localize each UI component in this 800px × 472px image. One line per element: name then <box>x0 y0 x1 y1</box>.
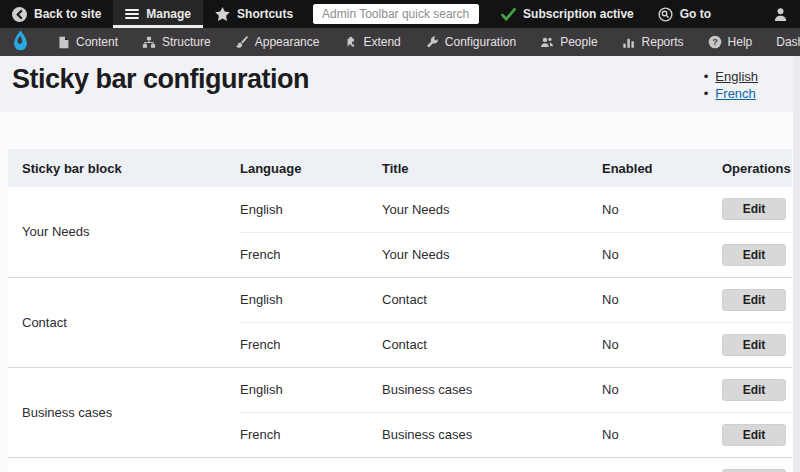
menu-item-structure[interactable]: Structure <box>130 28 223 56</box>
menu-item-dashboard[interactable]: Dashboard <box>764 28 800 56</box>
enabled-cell: No <box>602 187 722 232</box>
language-item-english: English <box>704 68 758 85</box>
magnifier-circle-icon <box>658 7 673 22</box>
menu-item-content[interactable]: Content <box>45 28 130 56</box>
shortcuts-button[interactable]: Shortcuts <box>203 0 305 28</box>
sitemap-icon <box>142 36 156 49</box>
menu-item-label: Configuration <box>445 35 516 49</box>
manage-tab[interactable]: Manage <box>113 0 203 28</box>
operations-cell: Edit <box>722 412 792 457</box>
title-cell: Contact <box>382 277 602 322</box>
puzzle-icon <box>343 36 357 49</box>
svg-text:?: ? <box>712 37 718 47</box>
enabled-cell: No <box>602 277 722 322</box>
page-header: Sticky bar configuration English French <box>0 56 800 112</box>
enabled-cell: No <box>602 457 722 472</box>
edit-button[interactable]: Edit <box>722 289 786 311</box>
edit-button[interactable]: Edit <box>722 469 786 472</box>
enabled-cell: No <box>602 412 722 457</box>
table-group-business-cases: Business cases English Business cases No… <box>8 367 792 457</box>
menu-item-reports[interactable]: Reports <box>610 28 696 56</box>
table-group-find-an-office: English Find an office No Edit <box>8 457 792 472</box>
block-name-cell: Your Needs <box>8 187 240 277</box>
table-group-your-needs: Your Needs English Your Needs No Edit Fr… <box>8 187 792 277</box>
menu-item-people[interactable]: People <box>528 28 609 56</box>
paintbrush-icon <box>235 36 249 49</box>
language-link-french[interactable]: French <box>715 86 755 101</box>
scrollbar[interactable] <box>793 56 800 472</box>
go-to-button[interactable]: Go to <box>646 0 723 28</box>
operations-cell: Edit <box>722 232 792 277</box>
enabled-cell: No <box>602 322 722 367</box>
language-cell: French <box>240 232 382 277</box>
edit-button[interactable]: Edit <box>722 379 786 401</box>
language-switcher: English French <box>704 68 758 102</box>
checkmark-icon <box>501 8 516 21</box>
enabled-cell: No <box>602 232 722 277</box>
content-area: Sticky bar block Language Title Enabled … <box>0 112 800 472</box>
drupal-logo-icon[interactable] <box>10 30 31 54</box>
menu-item-label: Content <box>76 35 118 49</box>
menu-item-label: Help <box>728 35 753 49</box>
language-cell: English <box>240 367 382 412</box>
user-icon <box>773 7 788 22</box>
edit-button[interactable]: Edit <box>722 334 786 356</box>
language-cell: French <box>240 412 382 457</box>
menu-item-extend[interactable]: Extend <box>331 28 412 56</box>
edit-button[interactable]: Edit <box>722 424 786 446</box>
language-link-english[interactable]: English <box>715 69 758 84</box>
admin-menu-bar: Content Structure Appearance Extend Conf… <box>0 28 800 56</box>
shortcuts-label: Shortcuts <box>237 7 293 21</box>
quick-search-input[interactable] <box>313 4 479 24</box>
language-cell: English <box>240 277 382 322</box>
subscription-status: Subscription active <box>489 0 646 28</box>
menu-item-help[interactable]: ? Help <box>696 28 765 56</box>
title-cell: Business cases <box>382 412 602 457</box>
table-group-contact: Contact English Contact No Edit French C… <box>8 277 792 367</box>
edit-button[interactable]: Edit <box>722 244 786 266</box>
title-cell: Contact <box>382 322 602 367</box>
back-to-site-label: Back to site <box>34 7 101 21</box>
toolbar-spacer <box>723 0 761 28</box>
column-header-block: Sticky bar block <box>8 149 240 187</box>
bar-chart-icon <box>622 36 636 49</box>
language-cell: English <box>240 457 382 472</box>
menu-item-label: Appearance <box>255 35 320 49</box>
operations-cell: Edit <box>722 322 792 367</box>
column-header-title: Title <box>382 149 602 187</box>
table-header-row: Sticky bar block Language Title Enabled … <box>8 149 792 187</box>
operations-cell: Edit <box>722 457 792 472</box>
title-cell: Business cases <box>382 367 602 412</box>
title-cell: Your Needs <box>382 232 602 277</box>
people-icon <box>540 36 554 49</box>
menu-item-label: Structure <box>162 35 211 49</box>
sticky-bar-table: Sticky bar block Language Title Enabled … <box>8 149 792 472</box>
wrench-icon <box>425 36 439 49</box>
operations-cell: Edit <box>722 367 792 412</box>
block-name-cell: Contact <box>8 277 240 367</box>
language-cell: English <box>240 187 382 232</box>
drupal-admin-screen: Back to site Manage Shortcuts Subscripti… <box>0 0 800 472</box>
file-icon <box>57 36 70 49</box>
question-circle-icon: ? <box>708 35 722 49</box>
table-row: Your Needs English Your Needs No Edit <box>8 187 792 232</box>
menu-item-configuration[interactable]: Configuration <box>413 28 528 56</box>
go-to-label: Go to <box>680 7 711 21</box>
table-row: Business cases English Business cases No… <box>8 367 792 412</box>
operations-cell: Edit <box>722 277 792 322</box>
menu-item-appearance[interactable]: Appearance <box>223 28 332 56</box>
user-menu-button[interactable] <box>761 0 800 28</box>
column-header-operations: Operations <box>722 149 792 187</box>
menu-item-label: Extend <box>363 35 400 49</box>
operations-cell: Edit <box>722 187 792 232</box>
back-to-site-button[interactable]: Back to site <box>0 0 113 28</box>
title-cell: Your Needs <box>382 187 602 232</box>
menu-item-label: Dashboard <box>776 35 800 49</box>
table-row: Contact English Contact No Edit <box>8 277 792 322</box>
title-cell: Find an office <box>382 457 602 472</box>
language-item-french: French <box>704 85 758 102</box>
edit-button[interactable]: Edit <box>722 198 786 220</box>
chevron-left-circle-icon <box>12 7 27 22</box>
table-row: English Find an office No Edit <box>8 457 792 472</box>
column-header-language: Language <box>240 149 382 187</box>
